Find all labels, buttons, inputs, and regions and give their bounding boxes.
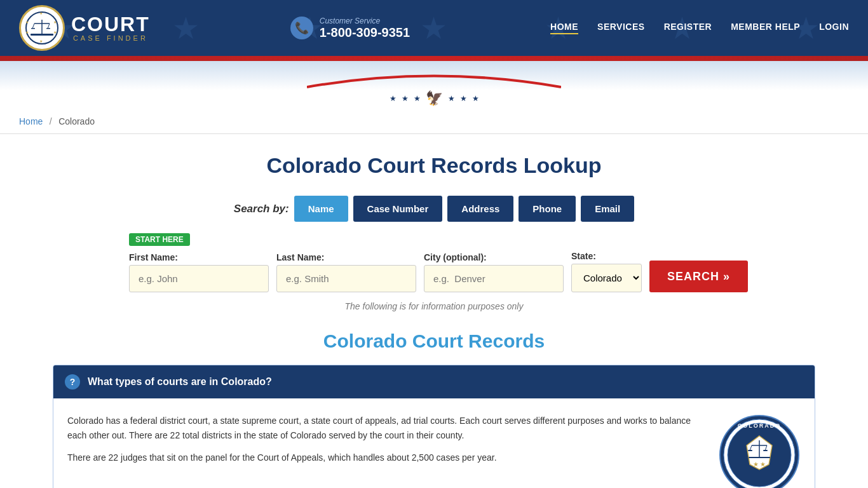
search-section: Search by: Name Case Number Address Phon… — [129, 196, 739, 311]
colorado-seal: COLORADO ★ ★ — [718, 414, 801, 488]
customer-service-text: Customer Service 1-800-309-9351 — [320, 17, 410, 40]
svg-rect-24 — [763, 450, 768, 451]
svg-text:COLORADO: COLORADO — [738, 423, 782, 429]
svg-rect-25 — [749, 457, 770, 458]
logo-case-finder-text: CASE FINDER — [71, 34, 150, 42]
logo-court-text: COURT — [71, 14, 150, 34]
svg-text:★: ★ — [53, 20, 57, 24]
svg-rect-11 — [31, 34, 53, 36]
site-header: ★ ★ ★ ★ ★ ★ ★ ★ ★ ★ ★ ★ ★ — [0, 0, 868, 56]
star-2: ★ — [172, 10, 200, 46]
phone-icon: 📞 — [290, 17, 313, 39]
nav-services[interactable]: SERVICES — [597, 22, 645, 34]
state-select[interactable]: Colorado — [571, 264, 642, 292]
svg-text:★: ★ — [39, 39, 43, 43]
nav-member-help[interactable]: MEMBER HELP — [731, 22, 800, 34]
eagle-symbol: 🦅 — [426, 90, 443, 107]
svg-text:★: ★ — [53, 30, 57, 34]
state-group: State: Colorado — [571, 251, 642, 292]
search-by-label: Search by: — [234, 203, 289, 215]
tab-phone[interactable]: Phone — [519, 196, 576, 222]
svg-line-10 — [48, 24, 50, 29]
faq-para-2: There are 22 judges that sit on the pane… — [67, 451, 705, 465]
eagle-star-left-1: ★ — [390, 94, 397, 103]
svg-text:★: ★ — [25, 30, 29, 34]
svg-rect-12 — [31, 28, 35, 29]
tab-address[interactable]: Address — [447, 196, 513, 222]
search-button[interactable]: SEARCH » — [649, 261, 748, 292]
eagle-content: ★ ★ ★ 🦅 ★ ★ ★ — [307, 65, 561, 107]
svg-line-9 — [32, 24, 34, 29]
form-area: START HERE First Name: Last Name: City (… — [129, 233, 739, 292]
form-row: First Name: Last Name: City (optional): … — [129, 251, 739, 292]
star-4: ★ — [420, 10, 447, 46]
nav-login[interactable]: LOGIN — [819, 22, 849, 34]
tab-name[interactable]: Name — [294, 196, 348, 222]
page-title: Colorado Court Records Lookup — [13, 153, 855, 178]
eagle-star-right-1: ★ — [448, 94, 455, 103]
faq-header-1[interactable]: ? What types of courts are in Colorado? — [53, 365, 815, 398]
faq-header-text-1: What types of courts are in Colorado? — [88, 376, 272, 388]
faq-container: ? What types of courts are in Colorado? … — [53, 365, 815, 488]
cs-phone: 1-800-309-9351 — [320, 25, 410, 40]
city-label: City (optional): — [424, 252, 564, 262]
breadcrumb-home[interactable]: Home — [19, 116, 43, 126]
svg-text:★ ★: ★ ★ — [753, 461, 766, 468]
faq-item-1: ? What types of courts are in Colorado? … — [53, 365, 815, 488]
nav-home[interactable]: HOME — [550, 22, 578, 34]
last-name-group: Last Name: — [276, 252, 416, 292]
tab-case-number[interactable]: Case Number — [353, 196, 443, 222]
last-name-input[interactable] — [276, 265, 416, 292]
eagle-star-left-2: ★ — [402, 94, 409, 103]
first-name-label: First Name: — [129, 252, 269, 262]
svg-rect-23 — [748, 450, 752, 451]
faq-para-1: Colorado has a federal district court, a… — [67, 414, 705, 443]
faq-body-1: Colorado has a federal district court, a… — [53, 398, 815, 488]
info-note: The following is for information purpose… — [129, 301, 739, 311]
svg-text:★: ★ — [39, 11, 43, 15]
eagle-star-left-3: ★ — [414, 94, 421, 103]
faq-question-icon: ? — [65, 374, 80, 390]
faq-body-text-1: Colorado has a federal district court, a… — [67, 414, 705, 488]
eagle-arc-svg — [307, 65, 561, 90]
logo[interactable]: ★ ★ ★ ★ ★ ★ COURT CASE FINDER — [19, 5, 150, 51]
first-name-group: First Name: — [129, 252, 269, 292]
first-name-input[interactable] — [129, 265, 269, 292]
customer-service: 📞 Customer Service 1-800-309-9351 — [290, 17, 410, 40]
logo-text: COURT CASE FINDER — [71, 14, 150, 42]
state-label: State: — [571, 251, 642, 261]
nav-register[interactable]: REGISTER — [664, 22, 712, 34]
svg-rect-13 — [46, 28, 50, 29]
breadcrumb-current: Colorado — [58, 116, 95, 126]
city-input[interactable] — [424, 265, 564, 292]
city-group: City (optional): — [424, 252, 564, 292]
last-name-label: Last Name: — [276, 252, 416, 262]
breadcrumb-separator: / — [50, 116, 52, 126]
search-by-row: Search by: Name Case Number Address Phon… — [129, 196, 739, 222]
eagle-star-right-3: ★ — [472, 94, 479, 103]
header-red-stripe — [0, 56, 868, 61]
start-here-badge: START HERE — [129, 233, 190, 246]
breadcrumb: Home / Colorado — [0, 109, 868, 134]
main-nav: HOME SERVICES REGISTER MEMBER HELP LOGIN — [550, 22, 849, 34]
eagle-banner: ★ ★ ★ 🦅 ★ ★ ★ — [0, 61, 868, 109]
tab-email[interactable]: Email — [581, 196, 634, 222]
logo-icon: ★ ★ ★ ★ ★ ★ — [19, 5, 65, 51]
records-title: Colorado Court Records — [13, 330, 855, 352]
eagle-stars-row: ★ ★ ★ 🦅 ★ ★ ★ — [390, 90, 479, 107]
cs-label: Customer Service — [320, 17, 410, 25]
eagle-star-right-2: ★ — [460, 94, 467, 103]
main-content: Colorado Court Records Lookup Search by:… — [0, 134, 868, 488]
svg-text:★: ★ — [25, 20, 29, 24]
